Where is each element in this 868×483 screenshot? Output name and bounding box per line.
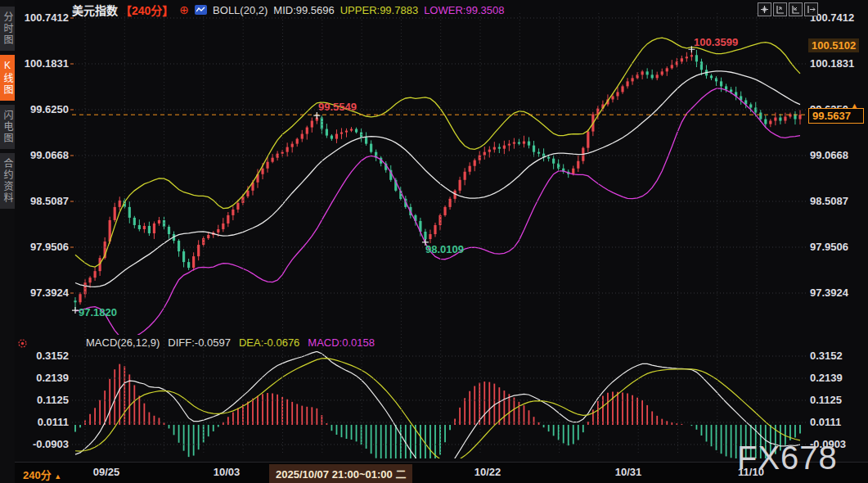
crosshair-date-tooltip: 2025/10/07 21:00~01:00 二: [269, 464, 412, 483]
last-price-tag: 99.5637: [808, 108, 864, 124]
sidebar-item-lightning-chart[interactable]: 闪电图: [0, 105, 15, 149]
macd-y-axis-label: 0.0111: [20, 416, 69, 428]
main-y-axis-label: 97.9506: [810, 241, 859, 253]
fx678-watermark: FX678: [737, 440, 838, 476]
macd-macd-value: MACD:0.0158: [308, 336, 375, 349]
macd-y-axis-label: 0.2139: [810, 372, 859, 384]
macd-diff-value: DIFF:-0.0597: [168, 336, 231, 349]
main-y-axis-label: 99.0668: [20, 149, 69, 161]
macd-y-axis-label: 0.2139: [20, 372, 69, 384]
period-selector-button[interactable]: 240分 ▲: [23, 467, 61, 482]
macd-y-axis-label: 0.1125: [20, 394, 69, 406]
pan-right-icon[interactable]: [804, 2, 818, 16]
boll-lower-value: LOWER:99.3508: [424, 4, 504, 16]
main-y-axis-label: 98.5087: [810, 195, 859, 207]
boll-label: BOLL(20,2): [213, 4, 268, 16]
period-label: 【240分】: [120, 2, 173, 18]
zoom-out-icon[interactable]: [789, 2, 803, 16]
main-y-axis-label: 99.6250: [20, 103, 69, 115]
upper-extreme-price-label: 100.5102: [808, 38, 859, 52]
macd-dea-value: DEA:-0.0676: [239, 336, 299, 349]
price-arrow-icon: ▲: [851, 102, 858, 110]
crosshair-icon[interactable]: [758, 2, 771, 16]
main-y-axis-label: 97.3924: [20, 287, 69, 299]
x-axis-date-label: 10/22: [474, 466, 501, 478]
x-axis-date-label: 10/03: [214, 466, 241, 478]
macd-y-axis-label: -0.0903: [20, 438, 69, 450]
swing-low-annotation: 97.1820: [79, 306, 117, 318]
boll-mid-value: MID:99.5696: [273, 4, 334, 16]
main-y-axis-label: 100.1831: [20, 57, 69, 70]
main-chart[interactable]: [0, 0, 868, 483]
swing-high-annotation: 100.3599: [694, 36, 738, 48]
macd-y-axis-label: 0.3152: [20, 350, 69, 362]
boll-upper-value: UPPER:99.7883: [340, 4, 418, 16]
dropdown-arrow-icon: ▲: [54, 472, 61, 481]
macd-params-label: MACD(26,12,9): [86, 336, 160, 349]
macd-y-axis-label: 0.0111: [810, 416, 859, 428]
expand-icon[interactable]: ⊕: [179, 4, 189, 16]
sidebar-item-time-chart[interactable]: 分时图: [0, 7, 15, 51]
swing-low-annotation: 98.0109: [425, 243, 464, 255]
macd-y-axis-label: 0.3152: [810, 350, 859, 362]
swing-high-annotation: 99.5549: [318, 101, 357, 113]
sidebar-item-contract-info[interactable]: 合约资料: [0, 153, 15, 209]
chart-header: 美元指数 【240分】 ⊕ BOLL(20,2) MID:99.5696 UPP…: [72, 2, 504, 17]
macd-header: MACD(26,12,9) DIFF:-0.0597 DEA:-0.0676 M…: [86, 336, 375, 349]
main-y-axis-label: 97.3924: [810, 287, 859, 299]
x-axis-date-label: 10/31: [615, 466, 642, 478]
chart-toolbar: [758, 2, 818, 16]
main-y-axis-label: 98.5087: [20, 195, 69, 207]
zoom-in-icon[interactable]: [773, 2, 787, 16]
main-y-axis-label: 99.0668: [810, 149, 859, 161]
symbol-title: 美元指数: [72, 2, 118, 18]
x-axis-date-label: 09/25: [93, 466, 120, 478]
macd-y-axis-label: 0.1125: [810, 394, 859, 406]
main-y-axis-label: 100.7412: [20, 11, 69, 24]
kline-mini-icon: [195, 5, 207, 15]
sidebar-item-kline-chart[interactable]: K线图: [0, 55, 15, 101]
main-y-axis-label: 100.1831: [810, 57, 859, 70]
chart-type-sidebar: 分时图 K线图 闪电图 合约资料: [0, 0, 15, 483]
main-y-axis-label: 97.9506: [20, 241, 69, 253]
